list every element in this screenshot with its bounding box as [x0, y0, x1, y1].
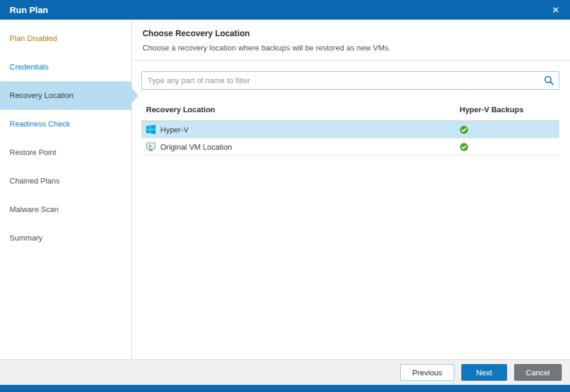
sidebar-item-restore-point[interactable]: Restore Point: [0, 138, 131, 167]
sidebar-item-malware-scan[interactable]: Malware Scan: [0, 195, 131, 224]
column-header-recovery-location: Recovery Location: [146, 105, 460, 114]
dialog-footer: Previous Next Cancel: [0, 359, 570, 385]
table-header-row: Recovery Location Hyper-V Backups: [141, 99, 559, 121]
row-label: Hyper-V: [160, 125, 189, 134]
titlebar: Run Plan ✕: [0, 0, 570, 20]
sidebar-item-chained-plans[interactable]: Chained Plans: [0, 167, 131, 195]
sidebar-item-plan-disabled[interactable]: Plan Disabled: [0, 24, 131, 53]
page-title: Choose Recovery Location: [142, 29, 559, 38]
vm-location-icon: [146, 142, 156, 151]
run-plan-dialog: Run Plan ✕ Plan Disabled Credentials Rec…: [0, 0, 570, 392]
step-header: Choose Recovery Location Choose a recove…: [132, 20, 570, 60]
search-icon[interactable]: [544, 75, 554, 86]
close-icon[interactable]: ✕: [549, 3, 562, 17]
previous-button[interactable]: Previous: [400, 364, 454, 381]
table-row-hyperv[interactable]: Hyper-V: [141, 121, 559, 138]
dialog-body: Plan Disabled Credentials Recovery Locat…: [0, 20, 570, 359]
sidebar-item-recovery-location[interactable]: Recovery Location: [0, 81, 131, 110]
recovery-location-table: Recovery Location Hyper-V Backups Hyper-…: [141, 99, 559, 156]
header-divider: [132, 60, 570, 61]
sidebar-item-readiness-check[interactable]: Readiness Check: [0, 110, 131, 138]
page-subtitle: Choose a recovery location where backups…: [142, 43, 559, 52]
row-label: Original VM Location: [160, 143, 232, 151]
filter-bar: [141, 71, 559, 90]
dialog-title: Run Plan: [10, 5, 48, 15]
sidebar-item-credentials[interactable]: Credentials: [0, 53, 131, 81]
wizard-steps-sidebar: Plan Disabled Credentials Recovery Locat…: [0, 20, 132, 359]
column-header-hyperv-backups: Hyper-V Backups: [460, 105, 555, 114]
backup-ok-icon: [460, 143, 468, 151]
content-panel: Choose Recovery Location Choose a recove…: [132, 20, 570, 359]
hyperv-icon: [146, 125, 156, 134]
bottom-accent-strip: [0, 385, 570, 392]
next-button[interactable]: Next: [461, 364, 507, 381]
filter-input[interactable]: [141, 71, 559, 90]
table-row-original-vm-location[interactable]: Original VM Location: [141, 138, 559, 156]
cancel-button[interactable]: Cancel: [514, 364, 562, 381]
sidebar-item-summary[interactable]: Summary: [0, 224, 131, 252]
backup-ok-icon: [460, 125, 468, 134]
